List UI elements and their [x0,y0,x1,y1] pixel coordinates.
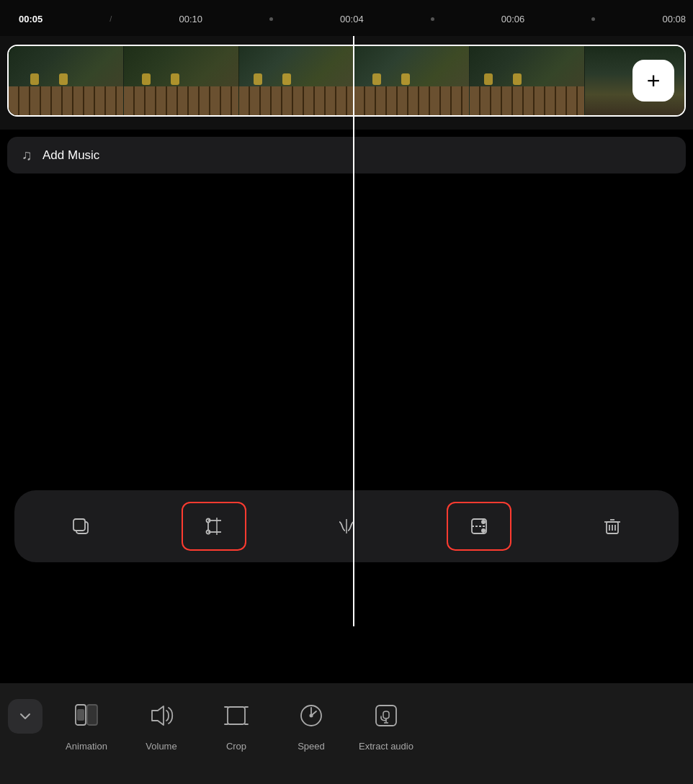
bottom-tool-panel: Animation Volume [0,683,693,784]
speed-icon [292,696,331,735]
current-time: 00:05 [19,14,43,24]
svg-line-30 [311,711,316,716]
svg-point-11 [481,520,486,524]
timestamp-3: 00:08 [662,14,686,24]
dot-sep-3 [591,17,595,21]
clip-left: 10.0s [9,46,354,115]
trim-right-button[interactable] [447,502,511,551]
add-clip-button[interactable]: + [632,60,674,102]
dot-sep-1 [269,17,273,21]
crop-icon [217,696,256,735]
extract-audio-tool[interactable]: Extract audio [350,696,422,752]
timestamps-row: 00:05 / 00:10 00:04 00:06 00:08 [12,14,693,24]
bottom-tools-row: Animation Volume [50,696,693,752]
volume-icon [142,696,181,735]
collapse-button[interactable] [8,699,43,734]
volume-label: Volume [146,741,176,752]
frame-1 [9,46,124,115]
frame-5 [470,46,585,115]
frame-3 [239,46,354,115]
frame-2 [124,46,239,115]
chevron-down-icon [17,708,33,724]
split-icon [335,515,358,538]
svg-point-12 [481,528,486,533]
add-music-label: Add Music [43,148,99,163]
duplicate-button[interactable] [48,502,113,551]
music-icon: ♫ [22,147,32,163]
speed-label: Speed [298,741,325,752]
edit-toolbar [14,490,679,562]
trim-right-icon [468,515,491,538]
svg-rect-22 [228,707,245,724]
duplicate-icon [69,515,92,538]
total-time: 00:10 [179,14,202,24]
timestamp-2: 00:06 [501,14,525,24]
trim-left-icon [202,515,225,538]
timestamp-1: 00:04 [340,14,364,24]
dot-sep-2 [431,17,434,21]
collapse-section [0,696,50,734]
animation-tool[interactable]: Animation [50,696,122,752]
delete-icon [601,515,624,538]
timeline-header: 00:05 / 00:10 00:04 00:06 00:08 [0,0,693,36]
crop-tool[interactable]: Crop [200,696,272,752]
preview-area [0,174,693,483]
video-clip-strip[interactable]: 10.0s [7,45,686,117]
svg-rect-21 [77,709,84,721]
volume-tool[interactable]: Volume [125,696,197,752]
crop-label: Crop [226,741,246,752]
extract-audio-icon [367,696,406,735]
svg-rect-1 [73,519,85,531]
svg-rect-20 [87,705,97,725]
frame-4 [354,46,470,115]
add-music-bar[interactable]: ♫ Add Music [7,137,686,174]
delete-button[interactable] [580,502,645,551]
extract-audio-label: Extract audio [359,741,413,752]
animation-icon [67,696,106,735]
trim-left-button[interactable] [182,502,246,551]
timeline-area: 10.0s [0,36,693,130]
animation-label: Animation [66,741,107,752]
split-button[interactable] [314,502,379,551]
speed-tool[interactable]: Speed [275,696,347,752]
